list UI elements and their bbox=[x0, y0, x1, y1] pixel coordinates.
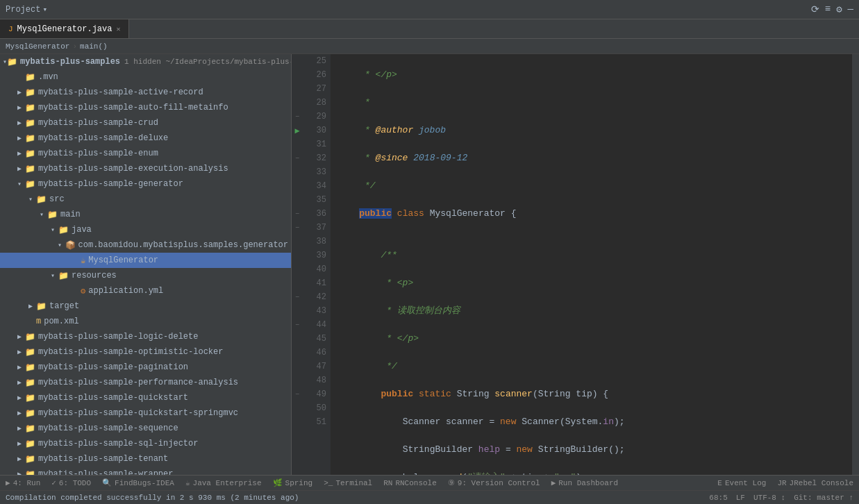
status-bar: Compilation completed successfully in 2 … bbox=[0, 490, 859, 504]
todo-button[interactable]: ✓ 6: TODO bbox=[51, 478, 91, 487]
tree-sql-injector[interactable]: ▶ 📁 mybatis-plus-sample-sql-injector bbox=[0, 436, 291, 451]
folder-icon: 📁 bbox=[7, 57, 17, 67]
settings-icon[interactable]: ≡ bbox=[825, 3, 831, 15]
tree-enum[interactable]: ▶ 📁 mybatis-plus-sample-enum bbox=[0, 146, 291, 161]
tree-label: .mvn bbox=[38, 72, 58, 82]
yml-icon: ⚙ bbox=[81, 286, 85, 296]
tree-wrapper[interactable]: ▶ 📁 mybatis-plus-sample-wrapper bbox=[0, 467, 291, 475]
fold-icon-49[interactable]: − bbox=[292, 387, 303, 401]
tree-crud[interactable]: ▶ 📁 mybatis-plus-sample-crud bbox=[0, 115, 291, 131]
todo-icon: ✓ bbox=[51, 478, 56, 487]
tree-package[interactable]: ▾ 📦 com.baomidou.mybatisplus.samples.gen… bbox=[0, 237, 291, 253]
findbugs-button[interactable]: 🔍 FindBugs-IDEA bbox=[102, 478, 174, 487]
folder-icon: 📁 bbox=[25, 439, 35, 449]
tree-deluxe[interactable]: ▶ 📁 mybatis-plus-sample-deluxe bbox=[0, 131, 291, 146]
right-scrollbar[interactable] bbox=[852, 54, 859, 475]
tree-auto-fill[interactable]: ▶ 📁 mybatis-plus-sample-auto-fill-metain… bbox=[0, 100, 291, 115]
tree-src[interactable]: ▾ 📁 src bbox=[0, 192, 291, 207]
tree-mvn[interactable]: 📁 .mvn bbox=[0, 69, 291, 85]
code-editor[interactable]: − ▶ − − − − − − bbox=[292, 54, 859, 475]
fold-icon-44[interactable]: − bbox=[292, 318, 303, 332]
sync-icon[interactable]: ⟳ bbox=[811, 3, 819, 15]
tab-close-button[interactable]: ✕ bbox=[116, 25, 120, 33]
tree-java[interactable]: ▾ 📁 java bbox=[0, 222, 291, 237]
code-area: − ▶ − − − − − − bbox=[292, 54, 859, 475]
rnconsole-button[interactable]: RN RNConsole bbox=[383, 479, 437, 487]
tab-mysql-generator[interactable]: J MysqlGenerator.java ✕ bbox=[0, 19, 129, 38]
tree-pom-generator[interactable]: m pom.xml bbox=[0, 314, 291, 329]
code-line-39: StringBuilder help = new StringBuilder()… bbox=[337, 443, 852, 457]
tree-root[interactable]: ▾ 📁 mybatis-plus-samples 1 hidden ~/Idea… bbox=[0, 54, 291, 69]
dashboard-icon: ▶ bbox=[551, 478, 556, 487]
code-line-38: Scanner scanner = new Scanner(System.in)… bbox=[337, 415, 852, 429]
main-content: ▾ 📁 mybatis-plus-samples 1 hidden ~/Idea… bbox=[0, 54, 859, 475]
line-ending[interactable]: LF bbox=[736, 494, 745, 502]
dropdown-arrow[interactable]: ▾ bbox=[42, 5, 47, 14]
folder-icon: 📁 bbox=[25, 393, 35, 403]
mvn-icon: m bbox=[36, 317, 41, 326]
breadcrumb-method[interactable]: main() bbox=[80, 42, 108, 51]
tree-mysql-generator[interactable]: ☕ MysqlGenerator bbox=[0, 253, 291, 268]
tree-quickstart[interactable]: ▶ 📁 mybatis-plus-sample-quickstart bbox=[0, 390, 291, 405]
fold-icon-32[interactable]: − bbox=[292, 151, 303, 165]
tree-label: mybatis-plus-sample-crud bbox=[38, 118, 158, 128]
tree-active-record[interactable]: ▶ 📁 mybatis-plus-sample-active-record bbox=[0, 85, 291, 100]
tree-execution[interactable]: ▶ 📁 mybatis-plus-sample-execution-analys… bbox=[0, 161, 291, 176]
folder-icon: 📁 bbox=[25, 87, 35, 98]
tree-resources[interactable]: ▾ 📁 resources bbox=[0, 268, 291, 283]
tree-generator[interactable]: ▾ 📁 mybatis-plus-sample-generator bbox=[0, 176, 291, 192]
code-line-33: * <p> bbox=[337, 276, 852, 290]
folder-icon: 📁 bbox=[47, 210, 58, 220]
tree-tenant[interactable]: ▶ 📁 mybatis-plus-sample-tenant bbox=[0, 451, 291, 467]
encoding[interactable]: UTF-8 ↕ bbox=[753, 494, 785, 502]
version-control-button[interactable]: ⑨ 9: Version Control bbox=[448, 478, 540, 487]
folder-icon: 📁 bbox=[36, 194, 47, 205]
line-numbers: 25 26 27 28 29 30 31 32 33 34 35 36 37 3… bbox=[303, 54, 331, 475]
folder-icon: 📁 bbox=[25, 133, 35, 144]
fold-icon-29[interactable]: − bbox=[292, 110, 303, 124]
run-icon-30[interactable]: ▶ bbox=[292, 124, 303, 137]
tree-optimistic-locker[interactable]: ▶ 📁 mybatis-plus-sample-optimistic-locke… bbox=[0, 344, 291, 360]
breadcrumb: MysqlGenerator › main() bbox=[0, 39, 859, 54]
folder-icon: 📁 bbox=[25, 72, 35, 83]
breadcrumb-file[interactable]: MysqlGenerator bbox=[6, 42, 69, 51]
java-file-icon: ☕ bbox=[81, 255, 85, 266]
tree-label: mybatis-plus-sample-sql-injector bbox=[38, 439, 198, 448]
run-tool-button[interactable]: ▶ 4: Run bbox=[6, 478, 40, 487]
tree-label: com.baomidou.mybatisplus.samples.generat… bbox=[78, 240, 288, 250]
spring-button[interactable]: 🌿 Spring bbox=[273, 478, 313, 487]
fold-icon-36[interactable]: − bbox=[292, 207, 303, 221]
project-label[interactable]: Project bbox=[6, 5, 40, 15]
git-branch[interactable]: Git: master ↑ bbox=[794, 494, 853, 502]
code-line-30: public class MysqlGenerator { bbox=[337, 207, 852, 221]
minimize-icon[interactable]: — bbox=[848, 3, 853, 15]
tree-main[interactable]: ▾ 📁 main bbox=[0, 207, 291, 222]
tree-sequence[interactable]: ▶ 📁 mybatis-plus-sample-sequence bbox=[0, 421, 291, 436]
title-bar: Project ▾ ⟳ ≡ ⚙ — bbox=[0, 0, 859, 19]
tree-target[interactable]: ▶ 📁 target bbox=[0, 299, 291, 314]
code-line-25: * </p> bbox=[337, 68, 852, 82]
tree-logic-delete[interactable]: ▶ 📁 mybatis-plus-sample-logic-delete bbox=[0, 329, 291, 344]
terminal-button[interactable]: >_ Terminal bbox=[324, 479, 372, 487]
cursor-position[interactable]: 68:5 bbox=[709, 494, 727, 502]
tree-application-yml[interactable]: ⚙ application.yml bbox=[0, 283, 291, 299]
code-content[interactable]: * </p> * * @author jobob * @since 2018-0… bbox=[331, 54, 852, 475]
tree-quickstart-springmvc[interactable]: ▶ 📁 mybatis-plus-sample-quickstart-sprin… bbox=[0, 405, 291, 421]
tree-label: mybatis-plus-sample-execution-analysis bbox=[38, 164, 228, 174]
gear-icon[interactable]: ⚙ bbox=[836, 3, 842, 15]
event-log-button[interactable]: E Event Log bbox=[717, 479, 766, 487]
code-line-34: * 读取控制台内容 bbox=[337, 304, 852, 318]
bottom-toolbar: ▶ 4: Run ✓ 6: TODO 🔍 FindBugs-IDEA ☕ Jav… bbox=[0, 475, 859, 490]
fold-icon-37[interactable]: − bbox=[292, 221, 303, 235]
tree-performance[interactable]: ▶ 📁 mybatis-plus-sample-performance-anal… bbox=[0, 375, 291, 390]
package-icon: 📦 bbox=[65, 240, 76, 251]
jrebel-button[interactable]: JR JRebel Console bbox=[777, 479, 853, 487]
folder-icon: 📁 bbox=[25, 408, 35, 419]
event-icon: E bbox=[717, 479, 722, 487]
run-dashboard-button[interactable]: ▶ Run Dashboard bbox=[551, 478, 618, 487]
folder-icon: 📁 bbox=[25, 362, 35, 373]
fold-icon-42[interactable]: − bbox=[292, 290, 303, 304]
java-enterprise-button[interactable]: ☕ Java Enterprise bbox=[185, 478, 262, 487]
code-line-32: /** bbox=[337, 249, 852, 262]
tree-pagination[interactable]: ▶ 📁 mybatis-plus-sample-pagination bbox=[0, 360, 291, 375]
